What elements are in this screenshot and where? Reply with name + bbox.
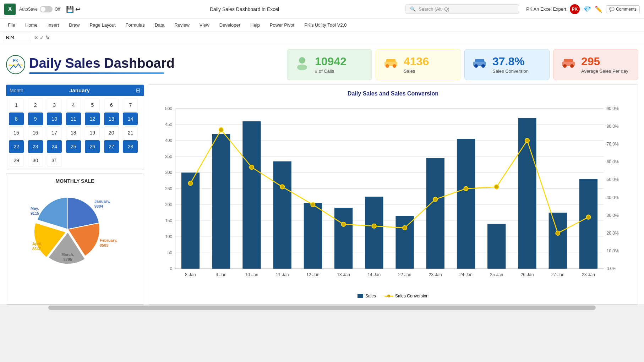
autosave-label: AutoSave [19,7,38,12]
calendar-day-11[interactable]: 11 [66,113,81,125]
autosave-section: AutoSave Off [19,6,60,12]
calendar-day-5[interactable]: 5 [85,99,100,111]
calendar-day-4[interactable]: 4 [66,99,81,111]
calendar-day-23[interactable]: 23 [28,140,43,153]
calendar-day-13[interactable]: 13 [104,113,119,125]
menu-power-pivot[interactable]: Power Pivot [266,20,299,30]
comment-icon: 💬 [609,7,615,12]
menu-view[interactable]: View [195,20,214,30]
calendar-day-26[interactable]: 26 [85,140,100,153]
search-bar[interactable]: 🔍 Search (Alt+Q) [405,4,519,14]
calendar-day-7[interactable]: 7 [123,99,138,111]
bar-10-Jan [242,121,261,269]
svg-text:50.0%: 50.0% [607,177,619,182]
svg-text:10.0%: 10.0% [607,248,619,253]
calendar-day-6[interactable]: 6 [104,99,119,111]
calendar-day-14[interactable]: 14 [123,113,138,125]
undo-icon[interactable]: ↩ [75,5,81,13]
svg-point-7 [393,64,396,68]
menu-pk-utility[interactable]: PK's Utility Tool V2.0 [300,20,351,30]
autosave-state: Off [55,7,60,12]
calendar-day-20[interactable]: 20 [104,126,119,139]
calendar-day-1[interactable]: 1 [9,99,24,111]
svg-text:ANALYTICS: ANALYTICS [9,64,23,66]
title-group: Daily Sales Dashboard [29,56,175,74]
calendar-day-8[interactable]: 8 [9,113,24,125]
svg-text:150: 150 [165,218,172,223]
comments-button[interactable]: 💬 Comments [606,5,640,13]
svg-text:13-Jan: 13-Jan [337,272,350,277]
autosave-toggle[interactable] [40,6,53,12]
svg-text:28-Jan: 28-Jan [582,272,595,277]
svg-text:0: 0 [170,266,173,271]
save-icon[interactable]: 💾 [66,5,74,13]
calls-icon [294,55,310,74]
calendar-day-9[interactable]: 9 [28,113,43,125]
calendar-day-10[interactable]: 10 [47,113,62,125]
calendar-day-22[interactable]: 22 [9,140,24,153]
svg-point-4 [297,65,307,70]
kpi-sales-value: 4136 [404,56,429,67]
svg-text:9804: 9804 [94,204,103,208]
svg-text:PK: PK [13,59,18,62]
calendar-day-16[interactable]: 16 [28,126,43,139]
calendar-day-30[interactable]: 30 [28,154,43,167]
menu-developer[interactable]: Developer [215,20,245,30]
calendar-month-value: January [69,87,90,93]
user-name: PK An Excel Expert [526,6,566,12]
menu-insert[interactable]: Insert [43,20,64,30]
menu-review[interactable]: Review [170,20,194,30]
calendar-month-label: Month [10,88,23,93]
calendar-day-21[interactable]: 21 [123,126,138,139]
enter-icon[interactable]: ✓ [40,35,44,40]
calendar-day-17[interactable]: 17 [47,126,62,139]
kpi-conversion-label: Sales Conversion [492,68,529,74]
legend-conversion-label: Sales Conversion [395,294,429,298]
svg-text:8765: 8765 [64,257,72,262]
svg-text:20.0%: 20.0% [607,231,619,236]
dashboard-logo: PK ANALYTICS [6,55,26,75]
pie-label-january: January,9804 [94,199,110,208]
kpi-calls-card: 10942 # of Calls [287,49,372,80]
menu-formulas[interactable]: Formulas [121,20,149,30]
horizontal-scrollbar[interactable] [0,305,644,310]
calendar-day-19[interactable]: 19 [85,126,100,139]
menu-draw[interactable]: Draw [65,20,84,30]
svg-point-11 [481,64,485,68]
calendar-day-3[interactable]: 3 [47,99,62,111]
legend-sales-box [358,294,363,298]
calendar-day-27[interactable]: 27 [104,140,119,153]
calendar-day-28[interactable]: 28 [123,140,138,153]
cell-reference[interactable]: R24 [3,34,31,41]
svg-marker-8 [386,59,396,62]
conversion-dot-8 [433,197,437,201]
calendar-day-25[interactable]: 25 [66,140,81,153]
title-underline [29,72,164,74]
formula-icons: ✕ ✓ fx [34,35,49,40]
calendar-day-18[interactable]: 18 [66,126,81,139]
calendar-day-29[interactable]: 29 [9,154,24,167]
svg-text:9115: 9115 [31,211,39,215]
menu-file[interactable]: File [4,20,20,30]
menu-page-layout[interactable]: Page Layout [86,20,120,30]
calendar-header: Month January ⊟ [6,85,144,96]
cancel-icon[interactable]: ✕ [34,35,38,40]
kpi-sales-label: Sales [404,68,429,74]
svg-text:60.0%: 60.0% [607,159,619,164]
calendar-day-31[interactable]: 31 [47,154,62,167]
dashboard-title: Daily Sales Dashboard [29,56,175,71]
menu-help[interactable]: Help [246,20,264,30]
chart-title: Daily Sales and Sales Conversion [154,90,632,97]
calendar-day-15[interactable]: 15 [9,126,24,139]
bar-23-Jan [426,158,444,269]
menu-home[interactable]: Home [21,20,42,30]
calendar-day-24[interactable]: 24 [47,140,62,153]
conversion-dot-12 [556,231,560,235]
calendar-day-2[interactable]: 2 [28,99,43,111]
calendar-filter-icon[interactable]: ⊟ [136,87,140,94]
right-section: PK An Excel Expert PK 💎 ✏️ 💬 Comments [526,4,640,14]
calendar-day-12[interactable]: 12 [85,113,100,125]
calendar-widget: Month January ⊟ 123456789101112131415161… [6,84,144,170]
menu-data[interactable]: Data [151,20,169,30]
function-icon[interactable]: fx [45,35,49,40]
